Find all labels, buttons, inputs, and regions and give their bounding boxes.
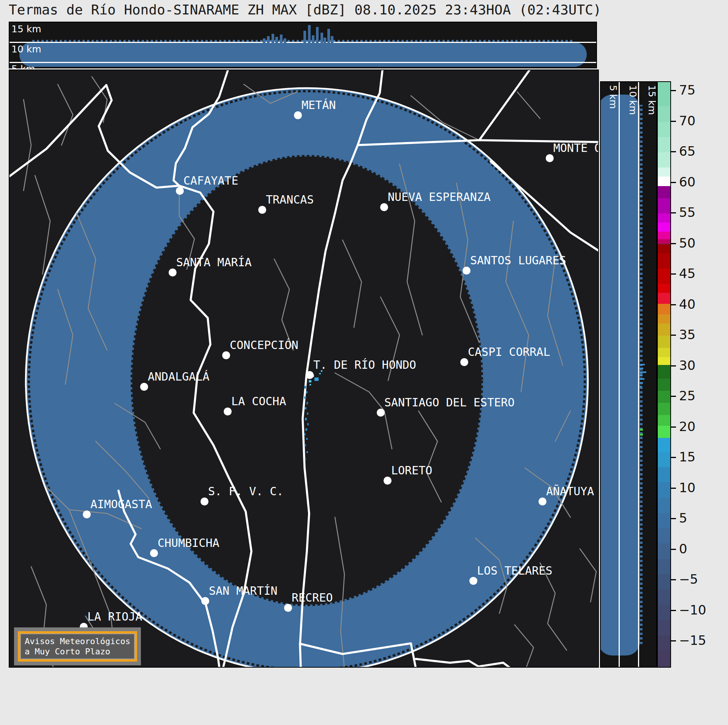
advisory-box-orange-border: Avisos Meteorológicos a Muy Corto Plazo	[18, 631, 137, 662]
side-profile-echo-dash	[640, 371, 646, 373]
colorbar-tick	[671, 90, 676, 91]
top-profile-echo-band	[19, 42, 587, 67]
top-profile-label-15km: 15 km	[11, 24, 41, 35]
side-profile-green-echo	[640, 429, 643, 431]
side-profile-echo-dash	[640, 375, 643, 376]
top-profile-echo-spike	[280, 35, 283, 45]
colorbar-segments	[657, 81, 671, 668]
city-dot	[538, 498, 546, 505]
colorbar-tick-label: −5	[679, 572, 698, 587]
colorbar-tick	[671, 488, 676, 489]
advisory-line-2: a Muy Corto Plazo	[25, 646, 130, 657]
radar-echo-pixel	[305, 428, 307, 431]
colorbar-segment	[658, 304, 670, 314]
radar-echo-pixel	[304, 386, 306, 389]
colorbar-tick	[671, 151, 676, 152]
city-dot	[463, 267, 471, 275]
top-profile-echo-spike	[316, 27, 319, 45]
top-profile-echo-spike	[324, 38, 326, 45]
colorbar-segment	[658, 605, 670, 620]
advisory-box-inner: Avisos Meteorológicos a Muy Corto Plazo	[20, 633, 135, 659]
colorbar-tick	[671, 518, 676, 519]
city-dot	[83, 510, 91, 518]
city-dot	[224, 408, 232, 415]
colorbar-segment	[658, 314, 670, 324]
city-label: SAN MARTÍN	[209, 584, 278, 597]
radar-echo-pixel	[305, 407, 306, 409]
colorbar-tick-label: −15	[679, 633, 706, 648]
colorbar-segment	[658, 574, 670, 589]
radar-echo-pixel	[305, 458, 306, 460]
city-label: CHUMBICHA	[158, 536, 220, 550]
colorbar-segment	[658, 167, 670, 177]
colorbar-segment	[658, 482, 670, 498]
colorbar-tick-label: 30	[679, 358, 695, 373]
colorbar-segment	[658, 589, 670, 605]
colorbar-tick	[671, 335, 676, 336]
side-profile-echo-dash	[640, 386, 642, 387]
colorbar-tick	[671, 426, 676, 428]
colorbar-segment	[658, 336, 670, 348]
city-dot	[284, 604, 292, 612]
colorbar-segment	[658, 324, 670, 336]
colorbar-segment	[658, 213, 670, 223]
side-profile-echo-dash	[640, 378, 644, 380]
city-label: SANTA MARÍA	[176, 256, 252, 269]
colorbar-tick-label: 60	[679, 174, 695, 190]
side-profile-label-10km: 10 km	[627, 85, 638, 115]
colorbar-tick-label: 65	[679, 144, 695, 159]
radar-echo-pixel	[319, 373, 321, 374]
top-profile-echo-spike	[308, 25, 311, 45]
colorbar-segment	[658, 348, 670, 357]
side-profile-echo-dash	[640, 364, 645, 365]
city-dot	[258, 206, 266, 214]
radar-map-graphics	[9, 70, 599, 668]
top-profile-echo-spike	[284, 38, 286, 45]
colorbar-segment	[658, 244, 670, 253]
footer: Servicio Meteorológico Nacional Argentin…	[0, 668, 728, 725]
colorbar-tick	[671, 610, 676, 611]
colorbar-tick-label: 20	[679, 419, 695, 434]
colorbar-tick	[671, 457, 676, 458]
radar-echo-pixel	[309, 380, 311, 382]
colorbar-segment	[658, 357, 670, 365]
colorbar-tick	[671, 304, 676, 305]
side-profile-green-echo	[640, 434, 643, 436]
city-label: SANTOS LUGARES	[470, 254, 566, 267]
colorbar-tick	[671, 365, 676, 366]
colorbar-tick-label: 40	[679, 297, 695, 312]
colorbar-tick	[671, 640, 676, 641]
radar-echo-pixel	[305, 444, 306, 446]
side-profile-echo-dash	[640, 382, 643, 384]
top-profile-echo-spike	[272, 34, 274, 45]
colorbar-segment	[658, 177, 670, 186]
top-profile-echo-spike	[331, 36, 333, 45]
city-label: AÑATUYA	[546, 485, 594, 498]
colorbar-tick-label: 35	[679, 327, 695, 342]
radar-echo-pixel	[307, 423, 309, 425]
colorbar-segment	[658, 198, 670, 213]
city-label: TRANCAS	[266, 193, 314, 206]
city-dot	[546, 154, 554, 162]
city-label: ANDALGALÁ	[148, 370, 210, 383]
city-dot	[201, 597, 209, 605]
page-title: Termas de Río Hondo-SINARAME ZH MAX [dBZ…	[9, 2, 602, 17]
colorbar-segment	[658, 438, 670, 452]
city-label: CAFAYATE	[183, 174, 238, 187]
colorbar-tick-label: 50	[679, 235, 695, 251]
top-profile-echo-spike	[263, 38, 265, 45]
colorbar-segment	[658, 293, 670, 304]
side-profile-echo-band	[600, 95, 640, 656]
colorbar-tick-label: 70	[679, 113, 695, 128]
city-label: SANTIAGO DEL ESTERO	[384, 396, 515, 409]
city-label: METÁN	[302, 98, 336, 112]
radar-echo-pixel	[306, 451, 308, 453]
colorbar-segment	[658, 498, 670, 513]
city-label: RECREO	[292, 591, 333, 604]
city-dot	[150, 549, 158, 557]
city-dot	[380, 203, 388, 211]
colorbar-tick	[671, 243, 676, 244]
colorbar-tick-label: 15	[679, 449, 695, 464]
side-profile-echo-dash	[640, 368, 643, 369]
advisory-box: Avisos Meteorológicos a Muy Corto Plazo	[14, 627, 141, 665]
